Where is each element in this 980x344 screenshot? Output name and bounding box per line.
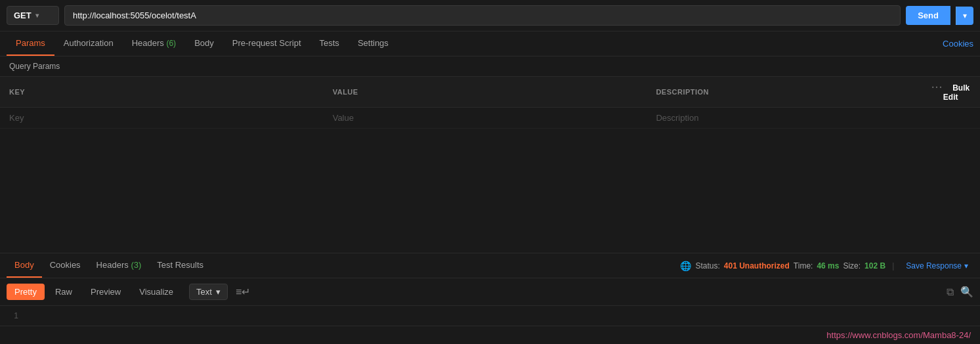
format-bar-right: ⧉ 🔍 [947,286,973,298]
response-tabs: Body Cookies Headers (3) Test Results 🌐 … [0,253,980,278]
col-actions: ··· Bulk Edit [921,77,980,108]
tab-headers[interactable]: Headers (6) [123,32,185,56]
response-area: Body Cookies Headers (3) Test Results 🌐 … [0,253,980,326]
col-description: DESCRIPTION [647,77,921,108]
format-type-dropdown[interactable]: Text ▾ [189,284,228,300]
method-chevron: ▾ [35,12,39,19]
content-area [0,129,980,253]
search-icon[interactable]: 🔍 [960,286,973,298]
send-button[interactable]: Send [906,6,950,25]
method-label: GET [14,11,32,20]
response-tab-headers[interactable]: Headers (3) [89,253,150,278]
copy-icon[interactable]: ⧉ [947,286,954,298]
response-status: 🌐 Status: 401 Unauthorized Time: 46 ms S… [680,261,973,271]
description-input[interactable] [656,113,912,123]
tab-body[interactable]: Body [185,32,223,56]
send-dropdown-button[interactable]: ▾ [956,7,973,25]
col-key: KEY [0,77,324,108]
wrap-button[interactable]: ≡↵ [236,286,250,298]
bulk-edit-button[interactable]: Bulk Edit [943,83,969,102]
tab-params[interactable]: Params [7,32,54,56]
format-preview-button[interactable]: Preview [83,284,129,300]
separator: | [892,261,894,270]
request-tabs: Params Authorization Headers (6) Body Pr… [0,32,980,56]
params-table: KEY VALUE DESCRIPTION ··· Bulk Edit [0,77,980,129]
response-tab-body[interactable]: Body [7,253,42,278]
time-value: 46 ms [817,261,839,270]
response-tab-cookies[interactable]: Cookies [42,253,89,278]
format-visualize-button[interactable]: Visualize [131,284,181,300]
cookies-link[interactable]: Cookies [943,32,973,55]
query-params-label: Query Params [0,56,980,77]
tab-pre-request-script[interactable]: Pre-request Script [223,32,310,56]
size-value: 102 B [864,261,885,270]
table-row [0,108,980,129]
method-selector[interactable]: GET ▾ [7,6,59,25]
response-headers-badge: (3) [131,260,141,270]
tab-authorization[interactable]: Authorization [54,32,123,56]
headers-badge: (6) [166,39,176,48]
format-raw-button[interactable]: Raw [47,284,80,300]
globe-icon: 🌐 [680,261,691,271]
format-pretty-button[interactable]: Pretty [7,284,45,300]
status-label: Status: [695,261,719,270]
response-body: 1 [0,306,980,326]
key-input[interactable] [9,113,314,123]
col-value: VALUE [324,77,647,108]
save-response-button[interactable]: Save Response ▾ [901,261,973,270]
three-dots-icon: ··· [931,82,943,93]
footer-link[interactable]: https://www.cnblogs.com/Mamba8-24/ [826,330,971,340]
footer: https://www.cnblogs.com/Mamba8-24/ [0,326,980,344]
size-label: Size: [843,261,861,270]
response-tab-test-results[interactable]: Test Results [149,253,211,278]
status-code: 401 Unauthorized [724,261,790,270]
tab-tests[interactable]: Tests [310,32,349,56]
url-bar: GET ▾ Send ▾ [0,0,980,32]
tab-settings[interactable]: Settings [349,32,398,56]
value-input[interactable] [333,113,638,123]
time-label: Time: [794,261,813,270]
line-numbers: 1 [0,311,26,320]
wrap-icon: ≡↵ [236,286,250,298]
format-bar: Pretty Raw Preview Visualize Text ▾ ≡↵ ⧉… [0,278,980,306]
url-input[interactable] [64,5,901,26]
